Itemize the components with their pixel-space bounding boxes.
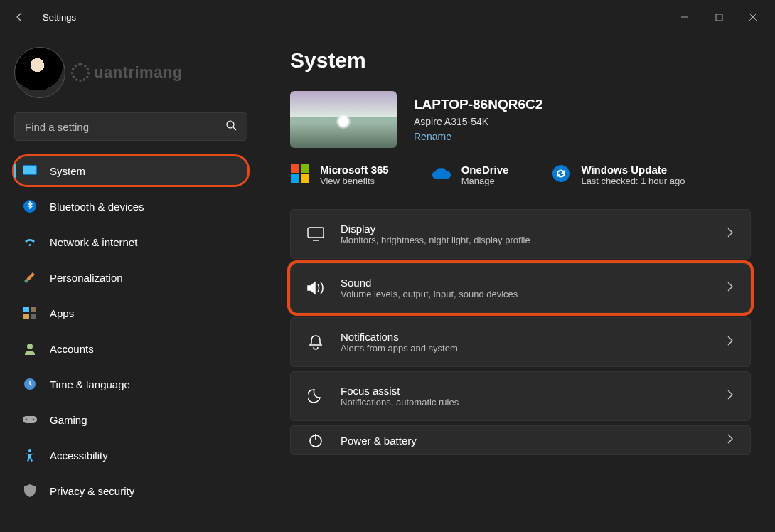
nav-item-system[interactable]: System bbox=[14, 156, 247, 185]
search-input[interactable] bbox=[25, 121, 225, 133]
svg-point-19 bbox=[28, 449, 31, 452]
nav-item-time[interactable]: Time & language bbox=[14, 370, 247, 398]
nav-label: System bbox=[50, 165, 85, 177]
update-title: Windows Update bbox=[581, 164, 685, 176]
accessibility-icon bbox=[23, 448, 37, 462]
svg-rect-20 bbox=[291, 164, 299, 173]
svg-rect-12 bbox=[23, 314, 29, 319]
close-button[interactable] bbox=[737, 6, 769, 28]
chevron-right-icon bbox=[726, 335, 734, 349]
svg-rect-16 bbox=[23, 416, 37, 423]
minimize-button[interactable] bbox=[668, 6, 701, 28]
nav-item-network[interactable]: Network & internet bbox=[14, 228, 247, 256]
clock-globe-icon bbox=[23, 377, 37, 391]
nav-label: Time & language bbox=[50, 378, 130, 390]
nav-item-personalization[interactable]: Personalization bbox=[14, 263, 247, 292]
update-sub: Last checked: 1 hour ago bbox=[581, 176, 685, 186]
sound-icon bbox=[306, 280, 325, 296]
search-box[interactable] bbox=[14, 112, 247, 141]
onedrive-tile[interactable]: OneDrive Manage bbox=[432, 164, 509, 186]
nav-label: Gaming bbox=[50, 414, 87, 426]
setting-sub: Alerts from apps and system bbox=[341, 343, 710, 353]
svg-line-5 bbox=[233, 127, 236, 130]
svg-rect-11 bbox=[31, 307, 36, 312]
maximize-button[interactable] bbox=[702, 6, 735, 28]
chevron-right-icon bbox=[726, 389, 734, 403]
svg-point-4 bbox=[227, 121, 234, 128]
update-icon bbox=[551, 164, 571, 183]
svg-rect-1 bbox=[716, 14, 722, 21]
nav-item-apps[interactable]: Apps bbox=[14, 299, 247, 327]
nav-label: Privacy & security bbox=[50, 485, 134, 497]
system-icon bbox=[23, 164, 37, 178]
setting-display[interactable]: Display Monitors, brightness, night ligh… bbox=[290, 209, 751, 259]
svg-point-17 bbox=[26, 419, 28, 421]
window-title: Settings bbox=[43, 12, 76, 23]
svg-point-18 bbox=[33, 419, 35, 421]
avatar bbox=[14, 47, 65, 98]
bluetooth-icon bbox=[23, 199, 37, 213]
nav-item-accessibility[interactable]: Accessibility bbox=[14, 441, 247, 469]
page-title: System bbox=[290, 48, 751, 73]
onedrive-title: OneDrive bbox=[461, 164, 509, 176]
nav-label: Apps bbox=[50, 307, 74, 319]
chevron-right-icon bbox=[726, 433, 734, 447]
device-name: LAPTOP-86NQR6C2 bbox=[414, 95, 542, 115]
shield-icon bbox=[23, 484, 37, 498]
onedrive-icon bbox=[432, 164, 451, 183]
svg-rect-21 bbox=[301, 164, 309, 173]
device-thumbnail bbox=[290, 91, 397, 148]
setting-title: Notifications bbox=[341, 331, 710, 343]
svg-rect-25 bbox=[308, 228, 324, 238]
nav-label: Bluetooth & devices bbox=[50, 201, 144, 213]
display-icon bbox=[306, 227, 325, 241]
microsoft-logo-icon bbox=[290, 164, 310, 183]
svg-rect-13 bbox=[31, 314, 36, 319]
nav-label: Accounts bbox=[50, 343, 94, 355]
svg-rect-10 bbox=[23, 307, 29, 312]
setting-focus-assist[interactable]: Focus assist Notifications, automatic ru… bbox=[290, 371, 751, 421]
m365-sub: View benefits bbox=[320, 176, 389, 186]
nav-item-bluetooth[interactable]: Bluetooth & devices bbox=[14, 192, 247, 220]
nav-item-gaming[interactable]: Gaming bbox=[14, 405, 247, 434]
person-icon bbox=[23, 341, 37, 356]
search-icon bbox=[225, 119, 237, 134]
svg-point-9 bbox=[25, 280, 28, 283]
m365-title: Microsoft 365 bbox=[320, 164, 389, 176]
windows-update-tile[interactable]: Windows Update Last checked: 1 hour ago bbox=[551, 164, 685, 186]
svg-rect-22 bbox=[291, 174, 299, 183]
setting-sub: Notifications, automatic rules bbox=[341, 397, 710, 408]
svg-rect-23 bbox=[301, 174, 309, 183]
rename-link[interactable]: Rename bbox=[414, 129, 542, 144]
setting-title: Power & battery bbox=[341, 435, 710, 447]
nav-label: Network & internet bbox=[50, 236, 137, 248]
watermark: uantrimang bbox=[71, 63, 183, 82]
nav-item-accounts[interactable]: Accounts bbox=[14, 334, 247, 363]
setting-notifications[interactable]: Notifications Alerts from apps and syste… bbox=[290, 317, 751, 367]
chevron-right-icon bbox=[726, 281, 734, 295]
watermark-text: uantrimang bbox=[94, 63, 183, 82]
bell-icon bbox=[306, 334, 325, 350]
microsoft-365-tile[interactable]: Microsoft 365 View benefits bbox=[290, 164, 389, 186]
gamepad-icon bbox=[23, 413, 37, 427]
setting-sub: Monitors, brightness, night light, displ… bbox=[341, 235, 710, 245]
setting-title: Sound bbox=[341, 277, 710, 289]
setting-power[interactable]: Power & battery bbox=[290, 425, 751, 455]
setting-sub: Volume levels, output, input, sound devi… bbox=[341, 289, 710, 299]
svg-rect-7 bbox=[23, 166, 36, 174]
svg-point-14 bbox=[27, 344, 33, 349]
brush-icon bbox=[23, 270, 37, 284]
nav-item-privacy[interactable]: Privacy & security bbox=[14, 477, 247, 505]
back-button[interactable] bbox=[6, 3, 34, 31]
power-icon bbox=[306, 432, 325, 448]
moon-icon bbox=[306, 388, 325, 404]
setting-title: Display bbox=[341, 223, 710, 235]
apps-icon bbox=[23, 306, 37, 320]
setting-sound[interactable]: Sound Volume levels, output, input, soun… bbox=[290, 263, 751, 313]
chevron-right-icon bbox=[726, 227, 734, 241]
user-profile[interactable]: uantrimang bbox=[14, 47, 247, 98]
device-model: Aspire A315-54K bbox=[414, 115, 542, 129]
nav-label: Accessibility bbox=[50, 449, 108, 462]
onedrive-sub: Manage bbox=[461, 176, 509, 186]
nav-label: Personalization bbox=[50, 272, 123, 284]
